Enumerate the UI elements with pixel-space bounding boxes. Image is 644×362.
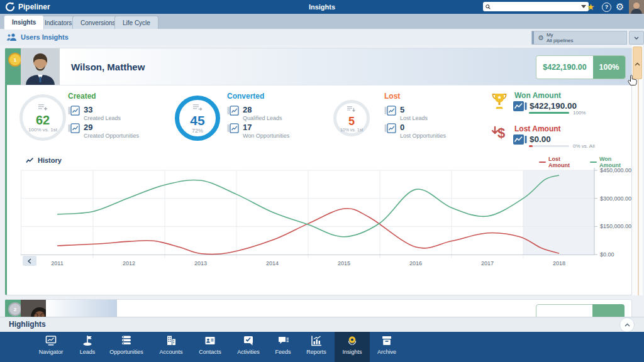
metric-label: Qualified Leads — [243, 115, 282, 121]
won-progress-fill — [529, 112, 569, 114]
global-search[interactable] — [483, 2, 589, 11]
svg-text:$300,000.00: $300,000.00 — [600, 195, 631, 202]
rank-number-2: 2 — [14, 307, 16, 312]
badge-percent-2 — [592, 304, 625, 317]
svg-text:2017: 2017 — [481, 260, 494, 266]
nav-item-label: Activities — [237, 349, 260, 355]
pipeline-selector-line2: All pipelines — [547, 38, 574, 43]
highlights-expand-button[interactable] — [619, 317, 635, 332]
highlights-bar[interactable] — [0, 317, 644, 332]
lost-list-down-icon — [347, 104, 356, 116]
nav-item-activities[interactable]: Activities — [231, 332, 266, 362]
tab-insights[interactable]: Insights — [4, 15, 44, 30]
mini-chart-icon[interactable] — [227, 123, 239, 133]
nav-item-label: Feeds — [275, 349, 291, 355]
created-total-circle: 62 100% vs. 1st — [19, 94, 66, 141]
settings-gear-icon[interactable]: ⚙ — [616, 1, 624, 13]
created-list-plus-icon — [38, 102, 48, 114]
current-user-avatar[interactable] — [629, 0, 644, 14]
svg-text:2013: 2013 — [194, 260, 207, 266]
tab-bar: Insights Indicators Conversions Life Cyc… — [0, 14, 644, 29]
created-total: 62 — [36, 114, 50, 127]
legend-label: Lost Amount — [548, 156, 580, 168]
chevron-left-icon — [28, 258, 31, 264]
activities-icon — [242, 334, 255, 347]
nav-item-insights[interactable]: Insights — [335, 332, 370, 362]
nav-item-opportunities[interactable]: Opportunities — [103, 332, 150, 362]
mini-chart-icon[interactable] — [384, 123, 396, 133]
nav-item-leads[interactable]: Leads — [74, 332, 101, 362]
legend-item-won-amount[interactable]: Won Amount — [590, 156, 631, 168]
nav-item-reports[interactable]: Reports — [300, 332, 333, 362]
bottom-nav: + NavigatorLeadsOpportunitiesAccountsCon… — [0, 332, 644, 362]
nav-item-feeds[interactable]: Feeds — [269, 332, 297, 362]
nav-item-archive[interactable]: Archive — [370, 332, 404, 362]
lost-subtext: 10% vs. 1st — [340, 128, 363, 132]
lost-progress-label: 0% vs. All — [573, 143, 595, 149]
won-progress-track — [529, 112, 569, 114]
user-insight-card-2[interactable]: 2 — [5, 299, 632, 318]
mini-chart-icon[interactable] — [68, 123, 80, 133]
metric-label: Created Leads — [84, 115, 121, 121]
metric-label: Lost Leads — [400, 115, 428, 121]
lost-amount-chart-icon[interactable] — [513, 134, 527, 147]
svg-text:2014: 2014 — [266, 260, 279, 266]
nav-item-accounts[interactable]: Accounts — [153, 332, 189, 362]
history-chart: $0.00$150,000.00$300,000.00$450,000.0020… — [21, 168, 640, 268]
nav-item-contacts[interactable]: Contacts — [193, 332, 227, 362]
won-progress-label: 100% — [573, 110, 586, 116]
metric-value: 17 — [243, 123, 289, 131]
highlights-title: Highlights — [9, 320, 46, 329]
metric-label: Created Opportunities — [84, 133, 139, 139]
lost-total-circle: 5 10% vs. 1st — [333, 100, 370, 136]
contacts-icon — [204, 334, 216, 347]
history-chart-icon — [26, 157, 34, 163]
mini-chart-icon[interactable] — [227, 106, 239, 116]
pipeline-dropdown-button[interactable] — [629, 31, 644, 45]
metric-label: Won Opportunities — [243, 133, 289, 139]
user-card-header[interactable]: 1 Wilson, Matthew $422,190.00 100% — [7, 48, 631, 85]
rank-number: 1 — [14, 57, 16, 63]
lost-label: Lost — [384, 92, 400, 101]
chart-legend: Lost AmountWon Amount — [539, 156, 631, 168]
nav-item-navigator[interactable]: Navigator — [33, 332, 69, 362]
legend-item-lost-amount[interactable]: Lost Amount — [539, 156, 580, 168]
leads-icon — [81, 334, 94, 347]
qualified-leads-metric: 28 Qualified Leads — [227, 106, 282, 121]
won-amount-chart-icon[interactable] — [513, 101, 527, 114]
rank-strip-2: 2 — [7, 300, 21, 317]
svg-text:$: $ — [497, 125, 505, 141]
vertical-scrollbar-thumb[interactable] — [633, 47, 642, 79]
lost-amount-value: $0.00 — [530, 134, 551, 144]
opportunities-icon — [120, 334, 133, 347]
search-caret-icon[interactable] — [581, 5, 586, 8]
won-amount-value: $422,190.00 — [530, 101, 577, 111]
help-icon[interactable]: ? — [602, 3, 611, 12]
users-insights-title: Users Insights — [6, 33, 69, 41]
mini-chart-icon[interactable] — [384, 106, 396, 116]
pipeline-selector[interactable]: ⚙ My All pipelines — [531, 31, 627, 45]
history-label: History — [38, 156, 62, 164]
chart-scroll-left-button[interactable] — [23, 256, 36, 266]
nav-item-label: Contacts — [199, 349, 221, 355]
nav-item-label: Opportunities — [109, 349, 143, 355]
tab-life-cycle[interactable]: Life Cycle — [114, 16, 158, 30]
mini-chart-icon[interactable] — [68, 106, 80, 116]
legend-label: Won Amount — [599, 156, 631, 168]
lost-progress-track — [529, 145, 569, 147]
rank-2-medal-icon: 2 — [8, 302, 22, 316]
converted-total-circle: 45 72% — [175, 96, 220, 141]
nav-item-label: Navigator — [39, 349, 64, 355]
search-input[interactable] — [493, 3, 579, 11]
app-logo[interactable]: Pipeliner — [5, 0, 50, 14]
user-insight-card[interactable]: 1 Wilson, Matthew $422,190.00 100% — [5, 48, 632, 295]
legend-dash-icon — [590, 162, 597, 163]
metric-value: 0 — [400, 123, 446, 131]
accounts-icon — [165, 334, 177, 347]
svg-text:2016: 2016 — [409, 260, 422, 266]
favorites-star-icon[interactable]: ★ — [587, 1, 595, 13]
scrollbar-edge-line — [638, 79, 639, 295]
nav-item-label: Reports — [306, 349, 326, 355]
lost-opportunities-metric: 0 Lost Opportunities — [384, 123, 446, 139]
legend-dash-icon — [539, 162, 546, 163]
